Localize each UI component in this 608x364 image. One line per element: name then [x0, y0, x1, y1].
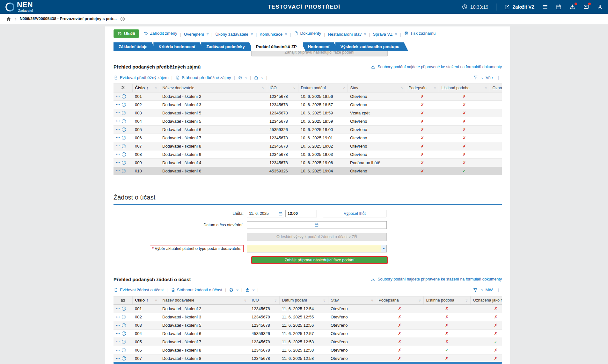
column-header[interactable]: Datum podání▽ [279, 296, 328, 305]
column-header[interactable]: Listinná podoba▽ [439, 84, 490, 92]
print-grid-button[interactable]: ▽ [238, 75, 247, 80]
row-menu-icon[interactable]: ••• [116, 324, 120, 327]
info-icon[interactable]: i [122, 307, 126, 311]
prelim-new-button[interactable]: Evidovat předběžný zájem [114, 75, 168, 80]
row-menu-icon[interactable]: ••• [116, 340, 120, 344]
table-row[interactable]: •••i001Dodavatel - školení 21234567811. … [114, 305, 502, 313]
submission-type-select[interactable] [247, 245, 387, 252]
row-menu-icon[interactable]: ••• [116, 95, 120, 98]
column-header[interactable]: Číslo↑▽ [132, 84, 160, 92]
print-grid-button[interactable]: ▽ [229, 288, 238, 292]
table-row[interactable]: •••i001Dodavatel - školení 21234567810. … [114, 92, 502, 100]
column-header[interactable]: Stav▽ [328, 296, 376, 305]
row-menu-icon[interactable]: ••• [116, 316, 120, 319]
requests-filter-value[interactable]: MW [486, 288, 493, 292]
column-header[interactable]: Stav▽ [348, 84, 406, 92]
info-icon[interactable]: i [122, 348, 126, 352]
column-header[interactable]: Číslo↑▽ [132, 296, 160, 305]
info-icon[interactable]: i [122, 161, 126, 165]
row-menu-icon[interactable]: ••• [116, 161, 120, 164]
export-grid-button[interactable]: ▽ [245, 288, 254, 292]
calendar-icon[interactable] [556, 4, 562, 10]
prelim-filter-value[interactable]: Vše [486, 75, 493, 80]
filter-caret-icon[interactable]: ▽ [465, 299, 467, 302]
column-chooser[interactable] [114, 84, 132, 92]
info-icon[interactable]: i [122, 119, 126, 123]
info-icon[interactable]: i [122, 103, 126, 107]
table-row[interactable]: •••i007Dodavatel - školení 81234567810. … [114, 142, 502, 150]
row-menu-icon[interactable]: ••• [116, 332, 120, 335]
filter-caret-icon[interactable]: ▽ [293, 86, 295, 89]
column-header[interactable]: Označe▽ [490, 84, 502, 92]
action-print-record[interactable]: Tisk záznamu [404, 31, 436, 36]
column-chooser[interactable] [114, 296, 132, 305]
column-header[interactable]: Podepsána▽ [376, 296, 423, 305]
info-icon[interactable]: i [122, 356, 126, 360]
info-icon[interactable]: i [122, 152, 126, 157]
user-icon[interactable] [597, 4, 603, 10]
filter-caret-icon[interactable]: ▽ [244, 299, 246, 302]
action-publication[interactable]: Uveřejnění▽ [184, 32, 209, 37]
table-row[interactable]: •••i009Dodavatel - školení 41234567810. … [114, 158, 502, 167]
filter-caret-icon[interactable]: ▽ [434, 86, 436, 89]
info-icon[interactable]: i [122, 323, 126, 327]
action-communication[interactable]: Komunikace▽ [260, 32, 287, 37]
tab-basic-info[interactable]: Základní údaje [114, 42, 156, 51]
row-menu-icon[interactable]: ••• [116, 128, 120, 131]
requests-files-link[interactable]: Soubory podání najdete připravené ke sta… [371, 277, 502, 282]
filter-icon[interactable] [473, 75, 478, 80]
info-icon[interactable]: i [122, 169, 126, 173]
chevron-down-icon[interactable]: ▽ [481, 76, 483, 79]
action-vz-administration[interactable]: Správa VZ▽ [373, 32, 397, 37]
info-icon[interactable]: i [122, 315, 126, 319]
prelim-files-link[interactable]: Soubory podání najdete připravené ke sta… [371, 64, 502, 69]
row-menu-icon[interactable]: ••• [116, 120, 120, 123]
action-contracting-authority-actions[interactable]: Úkony zadavatele▽ [215, 32, 253, 37]
breadcrumb-current[interactable]: N006/25/V00005438 - Provozování prodejny… [20, 17, 117, 21]
menu-icon[interactable] [542, 4, 548, 10]
table-row[interactable]: •••i005Dodavatel - školení 71234567811. … [114, 338, 502, 346]
info-icon[interactable]: i [122, 94, 126, 98]
action-non-standard-state[interactable]: Nestandardní stav▽ [328, 32, 366, 37]
table-row[interactable]: •••i003Dodavatel - školení 51234567811. … [114, 321, 502, 330]
filter-caret-icon[interactable]: ▽ [323, 299, 325, 302]
requests-download-button[interactable]: Stáhnout žádosti o účast [171, 288, 222, 292]
action-documents[interactable]: Dokumenty [294, 31, 321, 36]
filter-caret-icon[interactable]: ▽ [371, 299, 373, 302]
info-icon[interactable]: i [122, 340, 126, 344]
table-row[interactable]: •••i005Dodavatel - školení 64535932610. … [114, 125, 502, 134]
create-vz-button[interactable]: Založit VZ [504, 4, 534, 10]
filter-caret-icon[interactable]: ▽ [401, 86, 403, 89]
tab-evaluation-criteria[interactable]: Kritéria hodnocení [153, 42, 204, 51]
info-icon[interactable]: i [122, 331, 126, 336]
filter-caret-icon[interactable]: ▽ [419, 299, 421, 302]
combo-dropdown-button[interactable] [381, 245, 386, 252]
deadline-time-input[interactable] [285, 210, 317, 217]
messages-button[interactable] [583, 4, 589, 10]
table-row[interactable]: •••i003Dodavatel - školení 51234567810. … [114, 109, 502, 117]
filter-caret-icon[interactable]: ▽ [262, 86, 264, 89]
column-header[interactable]: Listinná podoba▽ [423, 296, 470, 305]
filter-caret-icon[interactable]: ▽ [155, 86, 157, 89]
action-discard-changes[interactable]: Zahodit změny [143, 31, 177, 36]
filter-caret-icon[interactable]: ▽ [155, 299, 157, 302]
table-row[interactable]: •••i010Dodavatel - školení 64535932610. … [114, 167, 502, 175]
filter-icon[interactable] [473, 288, 478, 293]
close-icon[interactable] [120, 16, 125, 22]
horizontal-scrollbar[interactable] [114, 362, 502, 364]
requests-new-button[interactable]: Evidovat žádost o účast [114, 288, 164, 292]
nen-logo[interactable]: NEN Zadavatel [5, 1, 33, 12]
row-menu-icon[interactable]: ••• [116, 153, 120, 156]
opening-datetime-input[interactable] [247, 221, 387, 229]
tab-procurement-conditions[interactable]: Zadávací podmínky [201, 42, 254, 51]
filter-caret-icon[interactable]: ▽ [343, 86, 345, 89]
downloads-button[interactable] [569, 4, 575, 10]
export-grid-button[interactable]: ▽ [254, 75, 263, 80]
info-icon[interactable]: i [122, 136, 126, 140]
tab-participant-submissions[interactable]: Podání účastníků ZP [251, 42, 306, 51]
table-row[interactable]: •••i006Dodavatel - školení 81234567811. … [114, 346, 502, 354]
home-icon[interactable] [6, 16, 11, 22]
table-row[interactable]: •••i004Dodavatel - školení 64535932611. … [114, 330, 502, 338]
column-header[interactable]: IČO▽ [267, 84, 298, 92]
table-row[interactable]: •••i006Dodavatel - školení 71234567810. … [114, 134, 502, 142]
